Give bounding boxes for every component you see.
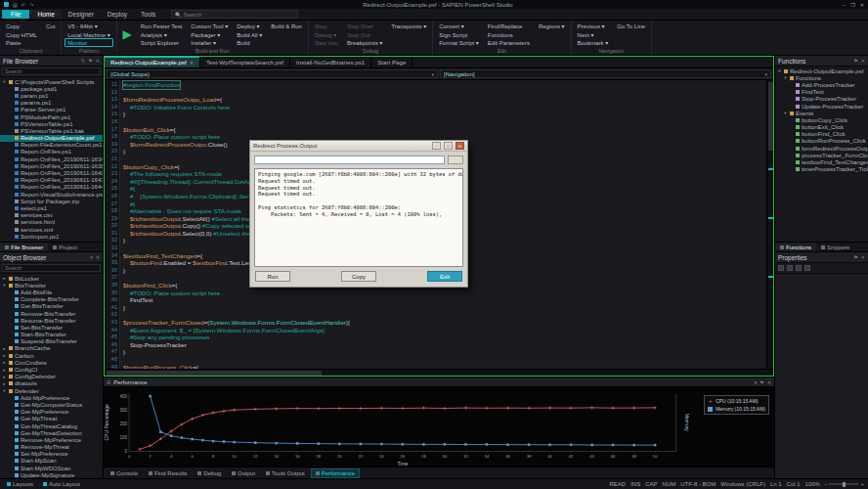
tree-item[interactable]: Script for Packager.zip <box>0 198 103 204</box>
editor-tab[interactable]: Redirect-OutputExample.psf✕ <box>105 57 200 67</box>
tree-item[interactable]: Start-MpScan <box>0 458 103 465</box>
dialog-maximize-icon[interactable]: □ <box>444 142 453 150</box>
ribbon-button-analysis[interactable]: Analysis ▾ <box>138 30 186 39</box>
tree-item[interactable]: processTracker_FormClosed <box>775 152 868 158</box>
zoom-out-icon[interactable]: − <box>824 481 828 487</box>
menu-tab-deploy[interactable]: Deploy <box>101 10 134 19</box>
tree-item[interactable]: Remove-BitsTransfer <box>0 310 103 317</box>
save-icon[interactable]: ▤ <box>13 2 18 8</box>
expander-icon[interactable]: ▾ <box>2 388 7 393</box>
tree-item[interactable]: Update-ProcessTracker <box>775 103 868 110</box>
refresh-icon[interactable]: ↻ <box>81 58 85 64</box>
tree-item[interactable]: Get-MpThreatCatalog <box>0 422 103 429</box>
ribbon-button-copy-html[interactable]: Copy HTML <box>3 30 40 39</box>
menu-search-box[interactable]: 🔍 <box>171 10 298 19</box>
ribbon-button-functions[interactable]: Functions <box>485 30 533 39</box>
bottom-tab-find-results[interactable]: Find Results <box>144 468 192 478</box>
tree-item[interactable]: Set-BitsTransfer <box>0 324 103 331</box>
expander-icon[interactable]: ▸ <box>2 346 7 351</box>
tree-item[interactable]: PSVersionTable.ps1 <box>0 120 103 127</box>
tree-item[interactable]: ▾Redirect-OutputExample.psf <box>775 67 868 74</box>
tree-item[interactable]: ▾Events <box>775 110 868 116</box>
statusbar-layouts[interactable]: Layouts <box>4 480 36 489</box>
tree-item[interactable]: ▾BitsTransfer <box>0 282 103 289</box>
scrollbar-thumb[interactable] <box>107 371 322 376</box>
close-panel-icon[interactable]: ✕ <box>861 58 865 64</box>
statusbar-col-1[interactable]: Col 1 <box>787 481 801 487</box>
ribbon-button-debug[interactable]: Debug ▾ <box>312 30 341 39</box>
tree-item[interactable]: params.ps1 <box>0 100 103 107</box>
tree-item[interactable]: param.ps1 <box>0 92 103 99</box>
expander-icon[interactable]: ▾ <box>2 283 7 288</box>
tree-item[interactable]: Start-MpWDOScan <box>0 465 103 471</box>
bottom-tab-debug[interactable]: Debug <box>193 468 226 478</box>
tree-item[interactable]: Report-OnFiles_20190611-164455.ps1 <box>0 184 103 191</box>
ribbon-button-packager[interactable]: Packager ▾ <box>188 30 231 39</box>
ribbon-button-copy[interactable]: Copy <box>3 22 40 30</box>
statusbar-ins[interactable]: INS <box>630 481 640 487</box>
expander-icon[interactable]: ▾ <box>783 111 788 115</box>
ribbon-button-installer[interactable]: Installer ▾ <box>188 38 231 47</box>
tree-item[interactable]: package.psd1 <box>0 85 103 92</box>
editor-tab[interactable]: Test-WpfTemplateSearch.psf <box>200 57 290 67</box>
scrollbar-thumb[interactable] <box>768 82 773 151</box>
tree-item[interactable]: Suspend-BitsTransfer <box>0 338 103 345</box>
tree-item[interactable]: ▾Functions <box>775 74 868 81</box>
ribbon-button-build-run[interactable]: Build & Run <box>268 22 305 30</box>
ribbon-button-tracepoints[interactable]: Tracepoints ▾ <box>388 22 429 30</box>
ribbon-button-step-into[interactable]: Step Into <box>312 38 341 47</box>
editor-tab[interactable]: Install-NuGetBinaries.ps1 <box>290 57 371 67</box>
ribbon-button-build[interactable]: Build <box>234 38 265 47</box>
bottom-tab-console[interactable]: Console <box>106 468 143 478</box>
tree-item[interactable]: Report-OnFiles_20190611-163842.ps1 <box>0 162 103 169</box>
tree-item[interactable]: Remove-MpPreference <box>0 436 103 443</box>
copy-output-button[interactable]: Copy <box>341 271 376 282</box>
ribbon-button-local-machine[interactable]: Local Machine ▾ <box>65 30 112 39</box>
close-panel-icon[interactable]: ✕ <box>96 58 100 64</box>
tree-item[interactable]: select.ps1 <box>0 204 103 211</box>
redo-icon[interactable]: ↷ <box>29 2 33 8</box>
expander-icon[interactable]: ▾ <box>2 79 7 84</box>
undo-icon[interactable]: ↶ <box>22 2 25 8</box>
maximize-icon[interactable]: ❐ <box>850 2 854 8</box>
file-menu-button[interactable]: File <box>2 10 29 19</box>
tree-item[interactable]: PSVersionTable.ps1.bak <box>0 127 103 134</box>
ribbon-button-format-script[interactable]: Format Script ▾ <box>436 38 482 47</box>
statusbar-auto-layout[interactable]: Auto Layout <box>40 480 83 489</box>
ribbon-button-script-explorer[interactable]: Script Explorer <box>138 38 186 47</box>
ribbon-button-custom-tool[interactable]: Custom Tool ▾ <box>188 22 231 30</box>
tree-item[interactable]: Report-OnFiles_20190611-164309.ps1 <box>0 177 103 184</box>
tree-item[interactable]: textboxFind_TextChanged <box>775 158 868 165</box>
vertical-scrollbar[interactable] <box>766 80 773 369</box>
ribbon-button-stop[interactable]: Stop <box>312 22 341 30</box>
expander-icon[interactable]: ▸ <box>2 353 7 358</box>
pin-icon[interactable]: ⚑ <box>88 58 92 64</box>
statusbar-utf-8-bom[interactable]: UTF-8 - BOM <box>680 481 716 487</box>
file-browser-search-input[interactable] <box>2 67 101 75</box>
expander-icon[interactable]: ▸ <box>2 381 7 386</box>
tree-item[interactable]: Report-FileExtensionCount.ps1 <box>0 142 103 149</box>
expander-icon[interactable]: ▸ <box>2 360 7 365</box>
ribbon-button-previous[interactable]: Previous ▾ <box>575 22 612 30</box>
statusbar-read[interactable]: READ <box>610 481 627 487</box>
zoom-in-icon[interactable]: + <box>860 481 864 487</box>
zoom-control[interactable]: − + <box>824 481 864 487</box>
tree-item[interactable]: Get-MpThreat <box>0 416 103 422</box>
ribbon-button-go-to-line[interactable]: Go To Line <box>614 22 648 30</box>
zoom-slider[interactable] <box>829 483 858 485</box>
tree-item[interactable]: Update-MpSignature <box>0 471 103 478</box>
exit-button[interactable]: Exit <box>427 271 462 282</box>
tree-item[interactable]: Report-OnFiles_20190611-163412.ps1 <box>0 156 103 162</box>
statusbar-windows-crlf-[interactable]: Windows (CRLF) <box>720 481 765 487</box>
statusbar-cap[interactable]: CAP <box>645 481 657 487</box>
pin-icon[interactable]: ⚑ <box>853 254 857 260</box>
editor-tab[interactable]: Start Page <box>371 57 412 67</box>
ribbon-button-build-all[interactable]: Build All ▾ <box>234 30 265 39</box>
ribbon-button-next[interactable]: Next ▾ <box>575 30 612 39</box>
tree-item[interactable]: ▸ConfigDefender <box>0 374 103 380</box>
ribbon-button-regions[interactable]: Regions ▾ <box>536 22 568 30</box>
dialog-close-icon[interactable]: ✕ <box>456 142 464 150</box>
tree-item[interactable]: ▸CimCmdlets <box>0 359 103 366</box>
tree-item[interactable]: Add-MpPreference <box>0 394 103 401</box>
panel-tab-project[interactable]: Project <box>48 243 82 251</box>
